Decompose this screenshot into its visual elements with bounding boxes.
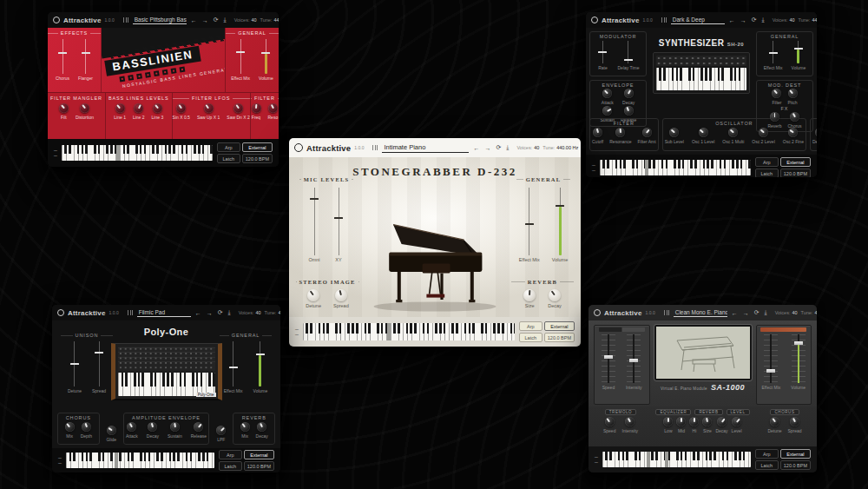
reverb-knob[interactable] (770, 112, 779, 122)
latch-button[interactable]: Latch (519, 333, 542, 342)
tremolo-intensity-knob[interactable] (625, 417, 635, 426)
rate-slider[interactable] (596, 41, 608, 63)
piano-keyboard[interactable] (602, 452, 751, 467)
reload-icon[interactable]: ⟳ (214, 17, 219, 23)
sawup-lfo-knob[interactable] (204, 103, 214, 113)
omni-slider[interactable] (308, 188, 320, 255)
eq-mid-knob[interactable] (676, 417, 686, 426)
size-knob[interactable] (523, 289, 536, 301)
preset-name[interactable]: Dark & Deep (671, 17, 725, 24)
release-knob[interactable] (194, 422, 203, 432)
external-button[interactable]: External (242, 142, 273, 152)
arp-button[interactable]: Arp (755, 157, 779, 167)
effect-mix-slider[interactable] (227, 341, 240, 387)
octave-buttons[interactable]: –– (54, 149, 57, 156)
preset-name[interactable]: Basic Pittsburgh Bass Line 4 1... (133, 17, 187, 24)
arp-button[interactable]: Arp (755, 449, 779, 459)
reverb-decay-knob[interactable] (717, 417, 727, 426)
reload-icon[interactable]: ⟳ (754, 309, 760, 316)
eq-low-knob[interactable] (663, 417, 673, 426)
volume-meter[interactable] (554, 188, 566, 255)
effect-mix-slider[interactable] (767, 41, 779, 63)
osc1-multi-knob[interactable] (728, 128, 738, 137)
reverb-decay-knob[interactable] (257, 422, 266, 432)
chorus-mix-knob[interactable] (65, 422, 75, 432)
voices-value[interactable]: 40 (792, 310, 797, 315)
sustain-knob[interactable] (170, 422, 180, 432)
filter-amt-knob[interactable] (642, 128, 652, 137)
decay-knob[interactable] (549, 289, 561, 301)
piano-keyboard[interactable] (66, 453, 214, 468)
latch-button[interactable]: Latch (219, 461, 242, 471)
reload-icon[interactable]: ⟳ (752, 17, 757, 23)
reso-knob[interactable] (268, 103, 278, 113)
latch-button[interactable]: Latch (755, 460, 779, 470)
decay-knob[interactable] (624, 89, 634, 98)
sub-level-knob[interactable] (669, 128, 679, 137)
prev-preset-button[interactable]: ← (732, 310, 738, 316)
decay-knob[interactable] (148, 422, 157, 432)
external-button[interactable]: External (780, 449, 811, 459)
cutoff-knob[interactable] (593, 128, 602, 137)
next-preset-button[interactable]: → (207, 310, 213, 316)
save-preset-icon[interactable]: ⤓ (762, 17, 765, 23)
xy-slider[interactable] (332, 188, 345, 255)
lpf-knob[interactable] (216, 426, 226, 435)
freq-knob[interactable] (252, 103, 261, 113)
intensity-fader[interactable] (627, 334, 641, 383)
speed-fader[interactable] (602, 334, 615, 383)
mod-pitch-knob[interactable] (788, 89, 798, 98)
latch-button[interactable]: Latch (755, 169, 779, 177)
resonance-knob[interactable] (615, 128, 625, 137)
mod-filter-knob[interactable] (772, 89, 781, 98)
next-preset-button[interactable]: → (484, 145, 490, 151)
save-preset-icon[interactable]: ⤓ (224, 17, 227, 23)
volume-meter[interactable] (254, 341, 266, 387)
distortion-knob[interactable] (80, 103, 89, 113)
latch-button[interactable]: Latch (217, 154, 240, 163)
prev-preset-button[interactable]: ← (729, 17, 735, 23)
detune-knob[interactable] (307, 289, 319, 301)
tune-value[interactable]: 440.00 Hz (278, 310, 280, 315)
osc2-level-knob[interactable] (759, 128, 768, 137)
external-button[interactable]: External (544, 321, 575, 331)
spread-knob[interactable] (335, 289, 347, 301)
line3-knob[interactable] (153, 103, 162, 113)
tune-value[interactable]: 440.00 Hz (273, 17, 279, 23)
sin-lfo-knob[interactable] (176, 103, 186, 113)
glide-knob[interactable] (107, 426, 116, 435)
delay-time-slider[interactable] (622, 41, 635, 63)
arp-button[interactable]: Arp (219, 450, 242, 459)
volume-fader[interactable] (792, 334, 806, 383)
detune-slider[interactable] (69, 341, 81, 387)
volume-meter[interactable] (260, 39, 272, 74)
reload-icon[interactable]: ⟳ (218, 309, 223, 316)
external-button[interactable]: External (244, 450, 274, 459)
chorus-spread-knob[interactable] (790, 417, 799, 426)
voices-value[interactable]: 40 (251, 17, 256, 23)
effect-mix-slider[interactable] (523, 188, 536, 255)
octave-buttons[interactable]: –– (592, 164, 595, 171)
bpm-button[interactable]: 120.0 BPM (544, 333, 575, 342)
bpm-button[interactable]: 120.0 BPM (780, 460, 811, 470)
piano-keyboard[interactable] (303, 323, 515, 340)
piano-keyboard[interactable] (600, 160, 751, 175)
chorus-depth-knob[interactable] (82, 422, 91, 432)
prev-preset-button[interactable]: ← (195, 310, 201, 316)
octave-buttons[interactable]: –– (295, 328, 299, 335)
tune-value[interactable]: 440.00 Hz (556, 145, 578, 150)
reload-icon[interactable]: ⟳ (496, 144, 501, 151)
osc1-level-knob[interactable] (699, 128, 708, 137)
sawdn-lfo-knob[interactable] (233, 103, 243, 113)
effect-mix-slider[interactable] (234, 39, 247, 74)
release-knob[interactable] (624, 106, 634, 116)
attack-knob[interactable] (602, 89, 612, 98)
voices-value[interactable]: 40 (789, 17, 794, 23)
prev-preset-button[interactable]: ← (191, 17, 197, 23)
arp-button[interactable]: Arp (217, 142, 240, 152)
preset-name[interactable]: Filmic Pad (137, 309, 191, 317)
tune-value[interactable]: 440.00 Hz (812, 17, 817, 23)
voices-value[interactable]: 40 (255, 310, 260, 315)
octave-buttons[interactable]: –– (595, 456, 598, 463)
preset-name[interactable]: Clean Mono E. Piano 1 BA (674, 309, 727, 317)
